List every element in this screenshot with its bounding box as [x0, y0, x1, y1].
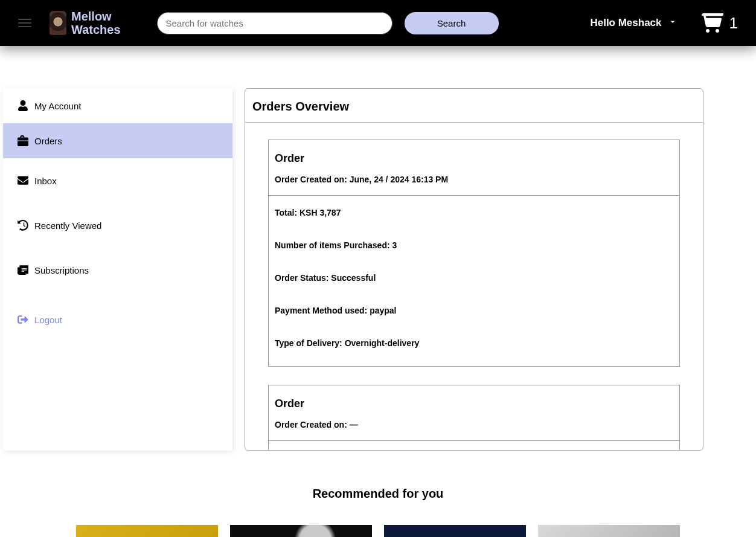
- logout-icon: [18, 314, 28, 325]
- watch-logo-icon: [50, 11, 66, 35]
- order-card: Order Order Created on: June, 24 / 2024 …: [268, 140, 680, 367]
- recommended-card[interactable]: [538, 525, 680, 537]
- order-num-items: Number of items Purchased: 3: [275, 240, 673, 250]
- sidebar-item-label: Inbox: [34, 176, 57, 186]
- order-heading: Order: [275, 397, 673, 410]
- sidebar-item-inbox[interactable]: Inbox: [3, 158, 232, 203]
- order-total: Total: KSH 3,787: [275, 208, 673, 217]
- order-created: Order Created on: —: [275, 420, 673, 429]
- briefcase-icon: [18, 135, 28, 146]
- sidebar-item-recently-viewed[interactable]: Recently Viewed: [3, 203, 232, 248]
- logo[interactable]: Mellow Watches: [50, 10, 121, 36]
- sidebar-item-label: Recently Viewed: [34, 220, 101, 231]
- sidebar-item-label: My Account: [34, 101, 82, 111]
- hamburger-menu-icon[interactable]: [18, 19, 31, 27]
- order-header: Order Order Created on: June, 24 / 2024 …: [269, 140, 679, 196]
- order-card: Order Order Created on: — Total: — Numbe…: [268, 385, 680, 450]
- order-status: Order Status: Successful: [275, 273, 673, 283]
- recommended-card[interactable]: [384, 525, 526, 537]
- chevron-down-icon: [668, 17, 678, 29]
- recommended-title: Recommended for you: [0, 487, 756, 501]
- order-header: Order Order Created on: —: [269, 385, 679, 441]
- newspaper-icon: [18, 265, 28, 275]
- cart-count: 1: [729, 14, 738, 33]
- brand-line1: Mellow: [71, 10, 121, 23]
- order-details: Total: — Number of items Purchased: — Or…: [269, 441, 679, 450]
- search-wrap: Search: [157, 12, 591, 34]
- sidebar: My Account Orders Inbox Recently Viewed …: [3, 88, 232, 451]
- sidebar-item-my-account[interactable]: My Account: [3, 88, 232, 123]
- search-input[interactable]: [157, 12, 392, 34]
- sidebar-item-label: Orders: [34, 136, 62, 146]
- sidebar-item-subscriptions[interactable]: Subscriptions: [3, 248, 232, 292]
- sidebar-item-logout[interactable]: Logout: [3, 292, 232, 337]
- order-details: Total: KSH 3,787 Number of items Purchas…: [269, 196, 679, 366]
- order-heading: Order: [275, 152, 673, 165]
- order-delivery: Type of Delivery: Overnight-delivery: [275, 338, 673, 348]
- search-button[interactable]: Search: [405, 12, 499, 34]
- orders-scroll-body[interactable]: Order Order Created on: June, 24 / 2024 …: [245, 123, 703, 450]
- cart-button[interactable]: 1: [702, 12, 738, 34]
- sidebar-item-label: Logout: [34, 315, 62, 325]
- cart-icon: [702, 12, 723, 34]
- brand-line2: Watches: [71, 23, 121, 36]
- history-icon: [18, 220, 28, 231]
- recommended-section: Recommended for you: [0, 475, 756, 537]
- user-greeting: Hello Meshack: [590, 17, 661, 29]
- order-payment: Payment Method used: paypal: [275, 306, 673, 315]
- content-area: My Account Orders Inbox Recently Viewed …: [0, 46, 756, 475]
- order-created: Order Created on: June, 24 / 2024 16:13 …: [275, 175, 673, 184]
- orders-panel: Orders Overview Order Order Created on: …: [245, 88, 703, 451]
- recommended-row: [0, 525, 756, 537]
- panel-title: Orders Overview: [245, 89, 703, 123]
- sidebar-item-label: Subscriptions: [34, 265, 89, 275]
- recommended-card[interactable]: [76, 525, 218, 537]
- envelope-icon: [18, 175, 28, 186]
- header: Mellow Watches Search Hello Meshack 1: [0, 0, 756, 46]
- recommended-card[interactable]: [230, 525, 372, 537]
- brand-name: Mellow Watches: [71, 10, 121, 36]
- sidebar-item-orders[interactable]: Orders: [3, 123, 232, 158]
- user-menu[interactable]: Hello Meshack: [590, 17, 677, 29]
- user-icon: [18, 100, 28, 111]
